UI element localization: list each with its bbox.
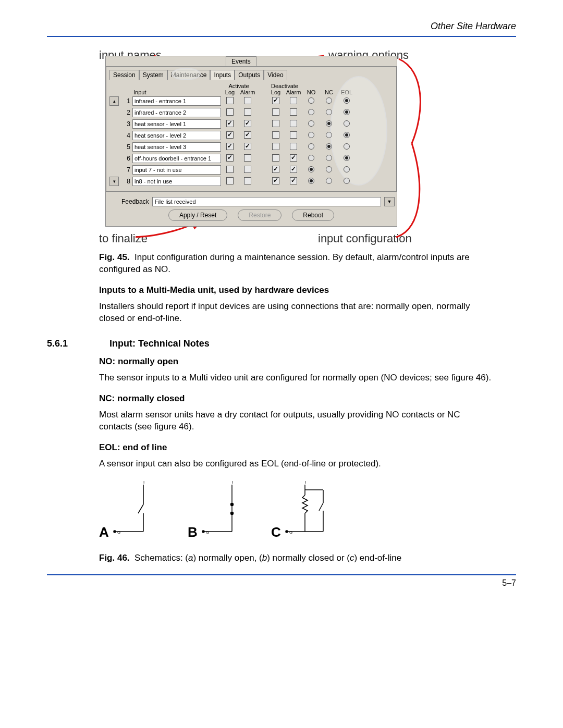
mode-no-radio[interactable] [308, 132, 314, 138]
activate-log-checkbox[interactable] [226, 177, 234, 184]
deactivate-log-checkbox[interactable] [272, 143, 279, 150]
page-header: Other Site Hardware [47, 21, 516, 32]
deactivate-log-checkbox[interactable] [272, 166, 279, 173]
activate-alarm-checkbox[interactable] [244, 108, 251, 116]
mode-nc-radio[interactable] [326, 132, 332, 138]
deactivate-alarm-checkbox[interactable] [290, 97, 297, 104]
activate-log-checkbox[interactable] [226, 108, 234, 116]
mode-eol-radio[interactable] [344, 155, 350, 161]
deactivate-log-checkbox[interactable] [272, 131, 279, 139]
deactivate-alarm-checkbox[interactable] [290, 143, 297, 150]
deactivate-alarm-checkbox[interactable] [290, 177, 297, 184]
mode-nc-radio[interactable] [326, 178, 332, 184]
input-name-field[interactable] [132, 131, 221, 140]
activate-alarm-checkbox[interactable] [244, 166, 251, 173]
mode-nc-radio[interactable] [326, 97, 332, 104]
tab-system[interactable]: System [139, 70, 167, 80]
mode-no-radio[interactable] [308, 166, 314, 172]
mode-eol-radio[interactable] [344, 143, 350, 150]
mode-nc-radio[interactable] [326, 155, 332, 161]
activate-log-checkbox[interactable] [226, 143, 234, 150]
deactivate-alarm-checkbox[interactable] [290, 166, 297, 173]
figure-46-schematic: I G I G [99, 479, 516, 549]
activate-log-checkbox[interactable] [226, 120, 234, 127]
mode-nc-radio[interactable] [326, 166, 332, 172]
activate-alarm-checkbox[interactable] [244, 143, 251, 150]
activate-log-checkbox[interactable] [226, 97, 234, 104]
deactivate-log-checkbox[interactable] [272, 177, 279, 184]
tab-events[interactable]: Events [226, 56, 256, 66]
restore-button[interactable]: Restore [238, 209, 282, 221]
mode-eol-radio[interactable] [344, 178, 350, 184]
section-number: 5.6.1 [47, 338, 89, 349]
svg-text:C: C [271, 524, 281, 540]
scroll-up-button[interactable]: ▴ [109, 96, 119, 106]
col-deactivate: Deactivate [267, 83, 302, 89]
svg-line-3 [138, 504, 143, 513]
deactivate-log-checkbox[interactable] [272, 97, 279, 104]
inputs-dialog: Events Session System Maintenance Inputs… [105, 56, 397, 227]
deactivate-alarm-checkbox[interactable] [290, 131, 297, 139]
deactivate-alarm-checkbox[interactable] [290, 108, 297, 116]
mode-no-radio[interactable] [308, 120, 314, 127]
svg-point-5 [114, 530, 116, 533]
mode-eol-radio[interactable] [344, 97, 350, 104]
activate-alarm-checkbox[interactable] [244, 131, 251, 139]
activate-alarm-checkbox[interactable] [244, 177, 251, 184]
feedback-field[interactable] [152, 197, 381, 206]
activate-log-checkbox[interactable] [226, 131, 234, 139]
activate-log-checkbox[interactable] [226, 166, 234, 173]
col-activate-log: Log [221, 89, 239, 95]
row-number: 8 [121, 178, 132, 185]
input-name-field[interactable] [132, 96, 221, 106]
mode-no-radio[interactable] [308, 97, 314, 104]
activate-alarm-checkbox[interactable] [244, 154, 251, 162]
input-name-field[interactable] [132, 119, 221, 129]
mode-no-radio[interactable] [308, 178, 314, 184]
tab-video[interactable]: Video [264, 70, 287, 80]
para-inputs-multimedia: Installers should report if input device… [99, 301, 495, 325]
tab-outputs[interactable]: Outputs [235, 70, 264, 80]
deactivate-alarm-checkbox[interactable] [290, 154, 297, 162]
para-no: The sensor inputs to a Multi video unit … [99, 372, 495, 384]
reboot-button[interactable]: Reboot [292, 209, 334, 221]
mode-nc-radio[interactable] [326, 109, 332, 115]
tab-inputs[interactable]: Inputs [210, 70, 235, 80]
input-name-field[interactable] [132, 108, 221, 117]
mode-nc-radio[interactable] [326, 120, 332, 127]
input-name-field[interactable] [132, 142, 221, 152]
row-number: 4 [121, 132, 132, 139]
activate-alarm-checkbox[interactable] [244, 97, 251, 104]
svg-text:B: B [188, 524, 198, 540]
input-name-field[interactable] [132, 165, 221, 175]
deactivate-alarm-checkbox[interactable] [290, 120, 297, 127]
apply-reset-button[interactable]: Apply / Reset [168, 209, 227, 221]
deactivate-log-checkbox[interactable] [272, 154, 279, 162]
scroll-down-button[interactable]: ▾ [109, 177, 119, 186]
svg-point-20 [286, 530, 288, 533]
feedback-dropdown[interactable]: ▼ [384, 197, 395, 206]
mode-nc-radio[interactable] [326, 143, 332, 150]
col-deactivate-alarm: Alarm [285, 89, 302, 95]
mode-eol-radio[interactable] [344, 132, 350, 138]
mode-eol-radio[interactable] [344, 166, 350, 172]
row-number: 3 [121, 120, 132, 128]
tab-session[interactable]: Session [109, 70, 139, 80]
mode-eol-radio[interactable] [344, 109, 350, 115]
mode-no-radio[interactable] [308, 143, 314, 150]
deactivate-log-checkbox[interactable] [272, 120, 279, 127]
input-name-field[interactable] [132, 177, 221, 186]
mode-no-radio[interactable] [308, 155, 314, 161]
svg-text:G: G [206, 530, 209, 535]
mode-no-radio[interactable] [308, 109, 314, 115]
row-number: 1 [121, 97, 132, 105]
deactivate-log-checkbox[interactable] [272, 108, 279, 116]
input-name-field[interactable] [132, 154, 221, 163]
para-eol: A sensor input can also be configured as… [99, 458, 495, 470]
activate-alarm-checkbox[interactable] [244, 120, 251, 127]
activate-log-checkbox[interactable] [226, 154, 234, 162]
col-nc: NC [320, 89, 338, 95]
svg-text:G: G [289, 530, 292, 535]
mode-eol-radio[interactable] [344, 120, 350, 127]
svg-point-10 [231, 503, 234, 505]
